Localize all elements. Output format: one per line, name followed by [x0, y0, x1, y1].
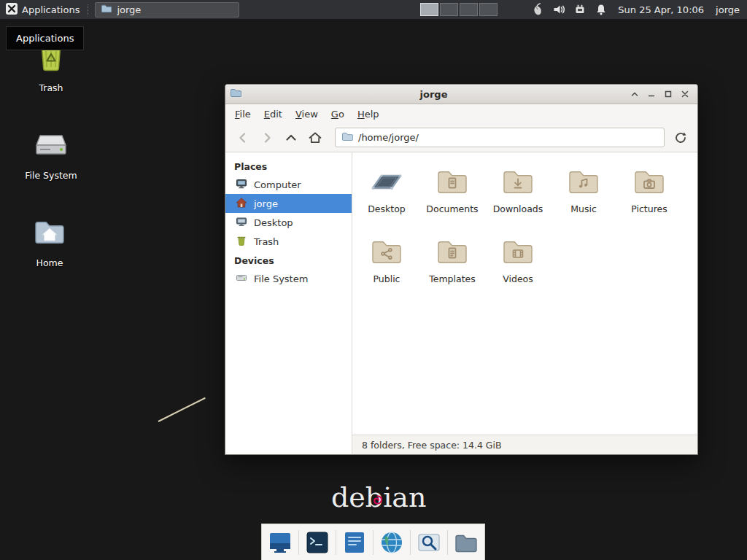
applications-tooltip: Applications — [6, 26, 84, 50]
folder-icon — [500, 234, 535, 269]
file-label: Pictures — [631, 203, 667, 214]
folder-icon — [369, 234, 404, 269]
up-button[interactable] — [279, 128, 302, 147]
taskbar-window-button[interactable]: jorge — [95, 2, 239, 18]
text-editor-icon[interactable] — [339, 526, 370, 559]
maximize-button[interactable] — [659, 87, 676, 102]
system-tray — [531, 3, 608, 16]
file-label: Desktop — [368, 203, 406, 214]
sidebar: Places Computer jorge Desktop — [225, 152, 352, 454]
dock-separator — [373, 530, 374, 555]
file-label: Templates — [429, 273, 476, 284]
workspace-1[interactable] — [420, 3, 438, 16]
path-text[interactable]: /home/jorge/ — [358, 132, 419, 143]
desktop-icon-file-system[interactable]: File System — [16, 127, 86, 181]
back-button[interactable] — [231, 128, 254, 147]
sidebar-item-file-system[interactable]: File System — [225, 269, 352, 288]
desktop-icon-label: Trash — [39, 82, 63, 93]
window-content: Places Computer jorge Desktop — [225, 152, 697, 454]
status-text: 8 folders, Free space: 14.4 GiB — [362, 440, 502, 451]
volume-icon[interactable] — [552, 3, 565, 16]
desktop-icon — [236, 216, 247, 230]
close-button[interactable] — [676, 87, 693, 102]
sidebar-item-label: Computer — [254, 179, 301, 190]
location-bar[interactable]: /home/jorge/ — [335, 128, 665, 147]
sidebar-devices-header: Devices — [225, 251, 352, 269]
applications-menu-label: Applications — [22, 4, 80, 15]
home-button[interactable] — [303, 128, 326, 147]
desktop-icon-home[interactable]: Home — [15, 214, 85, 268]
wallpaper-line — [158, 397, 206, 422]
sidebar-item-jorge[interactable]: jorge — [225, 194, 352, 213]
file-label: Public — [374, 273, 400, 284]
sidebar-item-label: jorge — [254, 198, 278, 209]
menu-help[interactable]: Help — [351, 106, 386, 122]
panel-handle — [88, 4, 91, 15]
drive-icon — [236, 272, 247, 286]
debian-logo: debian — [331, 481, 426, 513]
sidebar-item-label: File System — [254, 273, 308, 284]
file-item-desktop[interactable]: Desktop — [354, 164, 419, 234]
reload-button[interactable] — [669, 128, 692, 147]
window-icon — [230, 87, 241, 101]
file-item-documents[interactable]: Documents — [419, 164, 485, 234]
file-item-videos[interactable]: Videos — [485, 234, 551, 304]
menu-edit[interactable]: Edit — [258, 106, 289, 122]
folder-icon — [566, 164, 601, 199]
sidebar-item-trash[interactable]: Trash — [225, 232, 352, 251]
display-icon[interactable] — [265, 526, 295, 559]
terminal-icon[interactable] — [302, 526, 333, 559]
app-finder-icon[interactable] — [414, 526, 444, 559]
file-item-music[interactable]: Music — [551, 164, 616, 234]
minimize-button[interactable] — [643, 87, 659, 102]
window-titlebar[interactable]: jorge — [225, 85, 697, 104]
panel-clock[interactable]: Sun 25 Apr, 10:06 — [618, 4, 704, 15]
bottom-dock — [261, 524, 485, 560]
applications-menu-icon — [6, 3, 18, 17]
file-manager-icon[interactable] — [451, 526, 481, 559]
file-label: Documents — [426, 203, 478, 214]
camera-emblem-icon — [642, 176, 657, 194]
document-emblem-icon — [445, 176, 460, 194]
folder-icon — [500, 164, 535, 199]
computer-icon — [236, 178, 247, 192]
file-item-downloads[interactable]: Downloads — [485, 164, 551, 234]
folder-icon — [632, 164, 667, 199]
taskbar-window-title: jorge — [117, 4, 141, 15]
mouse-icon[interactable] — [531, 3, 544, 16]
hard-drive-icon — [34, 127, 69, 165]
power-manager-icon[interactable] — [573, 3, 587, 16]
file-label: Downloads — [493, 203, 543, 214]
notification-bell-icon[interactable] — [595, 3, 608, 16]
applications-menu-button[interactable]: Applications — [0, 0, 85, 19]
workspace-3[interactable] — [460, 3, 478, 16]
file-label: Videos — [503, 273, 533, 284]
shade-button[interactable] — [626, 87, 643, 102]
file-item-pictures[interactable]: Pictures — [616, 164, 682, 234]
web-browser-icon[interactable] — [376, 526, 407, 559]
file-view-column: Desktop Documents — [352, 152, 697, 454]
forward-button[interactable] — [255, 128, 278, 147]
file-item-templates[interactable]: Templates — [419, 234, 485, 304]
menu-go[interactable]: Go — [325, 106, 351, 122]
file-label: Music — [570, 203, 597, 214]
sidebar-item-label: Desktop — [254, 217, 293, 228]
template-emblem-icon — [445, 246, 460, 264]
dock-separator — [336, 530, 336, 555]
tooltip-text: Applications — [16, 33, 74, 44]
dock-separator — [410, 530, 411, 555]
workspace-pager — [420, 3, 498, 16]
sidebar-item-desktop[interactable]: Desktop — [225, 213, 352, 232]
file-item-public[interactable]: Public — [354, 234, 419, 304]
sidebar-places-header: Places — [225, 157, 352, 175]
panel-user-label[interactable]: jorge — [716, 4, 740, 15]
dock-separator — [298, 530, 299, 555]
workspace-4[interactable] — [479, 3, 498, 16]
menu-view[interactable]: View — [289, 106, 325, 122]
menu-file[interactable]: File — [228, 106, 258, 122]
window-title: jorge — [241, 89, 626, 100]
sidebar-item-computer[interactable]: Computer — [225, 175, 352, 194]
film-emblem-icon — [511, 246, 525, 264]
workspace-2[interactable] — [440, 3, 458, 16]
file-manager-window: jorge File Edit View Go Help — [225, 84, 698, 455]
